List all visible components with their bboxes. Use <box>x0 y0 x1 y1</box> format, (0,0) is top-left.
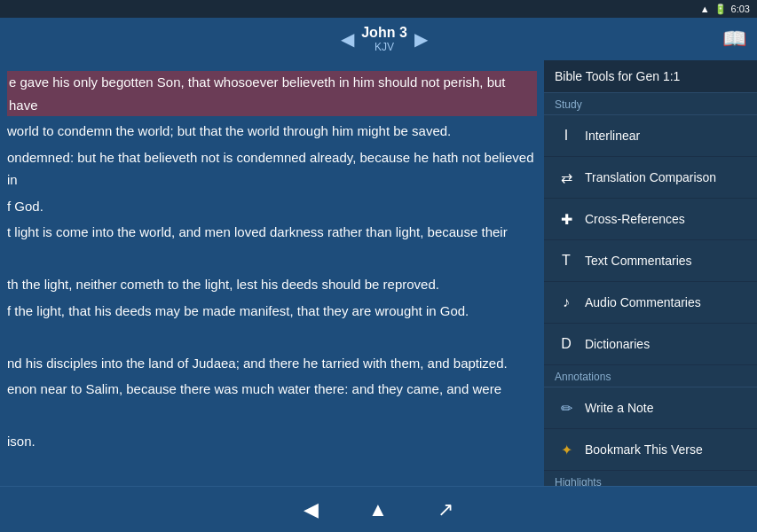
battery-icon: 🔋 <box>714 4 727 15</box>
main-content: e gave his only begotten Son, that whoso… <box>0 60 757 486</box>
bottom-toolbar: ◀ ▲ ↗ <box>0 486 757 532</box>
verse-line: ison. <box>7 430 537 453</box>
interlinear-icon: I <box>556 126 576 145</box>
time-display: 6:03 <box>731 4 750 14</box>
up-button[interactable]: ▲ <box>361 491 395 528</box>
tool-cross-references[interactable]: ✚ Cross-References <box>544 199 757 240</box>
cross-references-icon: ✚ <box>556 209 576 229</box>
tool-dictionaries[interactable]: D Dictionaries <box>544 324 757 365</box>
audio-commentaries-icon: ♪ <box>556 293 576 312</box>
bookmark-label: Bookmark This Verse <box>585 442 703 457</box>
tool-text-commentaries[interactable]: T Text Commentaries <box>544 240 757 282</box>
dictionaries-icon: D <box>556 334 576 354</box>
book-version: KJV <box>361 41 407 53</box>
write-note-icon: ✏ <box>556 398 576 418</box>
dictionaries-label: Dictionaries <box>585 337 650 351</box>
text-commentaries-icon: T <box>556 251 576 270</box>
verse-line <box>7 404 537 427</box>
tool-translation-comparison[interactable]: ⇄ Translation Comparison <box>544 157 757 199</box>
app-container: ◀ John 3 KJV ▶ 📖 e gave his only begotte… <box>0 18 757 532</box>
write-note-label: Write a Note <box>585 401 654 415</box>
highlights-section-label: Highlights <box>544 471 757 486</box>
nav-center: ◀ John 3 KJV ▶ <box>341 25 428 53</box>
bible-panel[interactable]: e gave his only begotten Son, that whoso… <box>0 60 544 486</box>
back-button[interactable]: ◀ <box>296 491 326 528</box>
nav-right: 📖 <box>722 27 746 51</box>
tool-write-note[interactable]: ✏ Write a Note <box>544 387 757 429</box>
verse-line: e gave his only begotten Son, that whoso… <box>7 71 537 116</box>
verse-line: world to condemn the world; but that the… <box>7 120 537 143</box>
verse-line: f God. <box>7 195 537 218</box>
menu-icon[interactable]: 📖 <box>722 27 746 51</box>
verse-line: nd his disciples into the land of Judaea… <box>7 352 537 375</box>
verse-line: ondemned: but he that believeth not is c… <box>7 146 537 192</box>
top-nav: ◀ John 3 KJV ▶ 📖 <box>0 18 757 60</box>
verse-line <box>7 457 537 480</box>
tool-interlinear[interactable]: I Interlinear <box>544 115 757 157</box>
interlinear-label: Interlinear <box>585 129 640 143</box>
verse-line: th the light, neither cometh to the ligh… <box>7 273 537 296</box>
translation-comparison-icon: ⇄ <box>556 168 576 187</box>
right-panel: Bible Tools for Gen 1:1 Study I Interlin… <box>544 60 757 486</box>
bookmark-icon: ✦ <box>556 440 576 459</box>
verse-line <box>7 247 537 270</box>
book-title: John 3 <box>361 25 407 41</box>
cross-references-label: Cross-References <box>585 212 685 226</box>
tool-bookmark[interactable]: ✦ Bookmark This Verse <box>544 429 757 471</box>
right-panel-header: Bible Tools for Gen 1:1 <box>544 60 757 93</box>
study-section-label: Study <box>544 93 757 115</box>
annotations-section-label: Annotations <box>544 365 757 387</box>
book-info: John 3 KJV <box>361 25 407 53</box>
next-chapter-button[interactable]: ▶ <box>414 28 428 50</box>
verse-line <box>7 325 537 348</box>
tool-audio-commentaries[interactable]: ♪ Audio Commentaries <box>544 282 757 324</box>
wifi-icon: ▲ <box>700 4 710 14</box>
status-icons: ▲ 🔋 6:03 <box>700 4 750 15</box>
verse-line: enon near to Salim, because there was mu… <box>7 378 537 401</box>
prev-chapter-button[interactable]: ◀ <box>341 28 354 50</box>
audio-commentaries-label: Audio Commentaries <box>585 295 701 309</box>
text-commentaries-label: Text Commentaries <box>585 254 692 268</box>
share-button[interactable]: ↗ <box>430 491 461 528</box>
verse-line: f the light, that his deeds may be made … <box>7 300 537 323</box>
translation-comparison-label: Translation Comparison <box>585 170 716 184</box>
verse-line: t light is come into the world, and men … <box>7 221 537 244</box>
status-bar: ▲ 🔋 6:03 <box>0 0 757 18</box>
